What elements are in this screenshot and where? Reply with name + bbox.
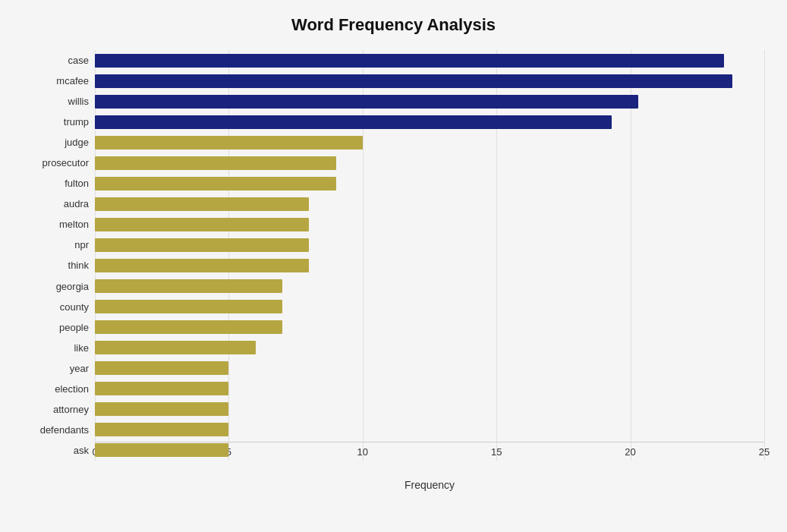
- bar-row: [95, 319, 764, 335]
- y-label: election: [55, 384, 89, 394]
- y-label: like: [74, 343, 89, 353]
- bar-row: [95, 360, 764, 376]
- bar-row: [95, 73, 764, 90]
- y-label: mcafee: [56, 76, 89, 86]
- bar: [95, 115, 612, 129]
- y-label: audra: [64, 199, 89, 209]
- bar: [95, 382, 228, 395]
- y-label: county: [60, 302, 89, 312]
- y-label: case: [68, 55, 89, 65]
- bar: [95, 54, 724, 68]
- bar: [95, 443, 228, 457]
- bar: [95, 320, 282, 334]
- bar-row: [95, 134, 764, 151]
- y-labels: casemcafeewillistrumpjudgeprosecutorfult…: [23, 50, 95, 461]
- y-label: npr: [74, 240, 89, 250]
- bar-row: [95, 339, 764, 356]
- y-label: think: [68, 260, 89, 270]
- y-label: willis: [68, 96, 89, 106]
- bar: [95, 402, 228, 416]
- y-label: melton: [59, 219, 89, 229]
- grid-line: [363, 50, 364, 461]
- bar: [95, 259, 309, 272]
- bar: [95, 156, 336, 170]
- bar-row: [95, 298, 764, 315]
- y-label: judge: [65, 137, 89, 147]
- grid-line: [631, 50, 631, 461]
- bar: [95, 177, 336, 190]
- bar: [95, 197, 309, 211]
- bar: [95, 423, 228, 436]
- bar: [95, 300, 282, 313]
- chart-area: casemcafeewillistrumpjudgeprosecutorfult…: [23, 50, 764, 461]
- grid-line: [95, 50, 96, 461]
- bar-row: [95, 278, 764, 294]
- bar-row: [95, 421, 764, 438]
- bar: [95, 136, 363, 150]
- y-label: fulton: [65, 178, 89, 188]
- bar-row: [95, 237, 764, 253]
- bar: [95, 341, 256, 354]
- bar-row: [95, 175, 764, 192]
- bar-row: [95, 93, 764, 110]
- bar: [95, 238, 309, 252]
- chart-container: Word Frequency Analysis casemcafeewillis…: [0, 0, 787, 532]
- bar-row: [95, 52, 764, 69]
- bar: [95, 279, 282, 293]
- chart-title: Word Frequency Analysis: [23, 15, 764, 35]
- y-label: trump: [64, 117, 89, 127]
- grid-line: [496, 50, 497, 461]
- bar: [95, 218, 309, 231]
- bar-row: [95, 442, 764, 458]
- grid-line: [764, 50, 765, 461]
- bars-and-grid: 0510152025Frequency: [95, 50, 764, 461]
- bar-row: [95, 401, 764, 417]
- y-label: defendants: [40, 425, 89, 435]
- bar-row: [95, 380, 764, 397]
- y-label: attorney: [53, 405, 89, 414]
- grid-line: [228, 50, 229, 461]
- bar-row: [95, 216, 764, 233]
- y-label: people: [59, 323, 89, 332]
- y-label: ask: [74, 445, 89, 455]
- y-label: prosecutor: [42, 158, 89, 168]
- y-label: georgia: [56, 282, 89, 291]
- bar-row: [95, 114, 764, 131]
- x-axis-label: Frequency: [95, 479, 764, 491]
- bar-row: [95, 196, 764, 212]
- bar: [95, 74, 732, 88]
- bar: [95, 95, 638, 109]
- y-label: year: [70, 364, 89, 373]
- bar-row: [95, 155, 764, 172]
- bar: [95, 361, 228, 375]
- bar-row: [95, 257, 764, 274]
